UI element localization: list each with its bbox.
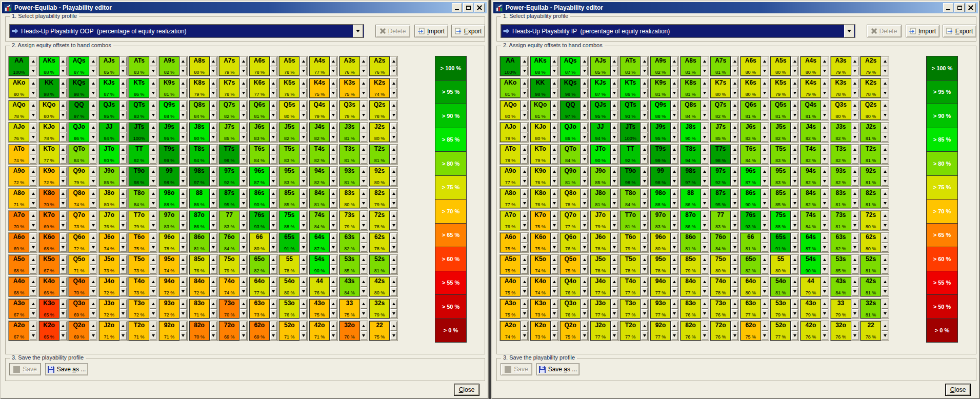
hand-value-field-AKs[interactable]: AKs88 % [39,56,59,76]
spin-up-button[interactable] [361,79,367,88]
spin-down-button[interactable] [521,243,528,252]
hand-value-field-84s[interactable]: 84s81 % [309,189,330,208]
hand-value-field-32o[interactable]: 32o76 % [831,321,851,341]
spin-up-button[interactable] [671,322,678,331]
hand-value-field-J7s[interactable]: J7s85 % [219,123,239,142]
spin-up-button[interactable] [731,233,738,243]
spin-down-button[interactable] [822,287,828,296]
spin-up-button[interactable] [521,123,528,132]
spin-down-button[interactable] [270,67,277,76]
spin-down-button[interactable] [390,133,397,142]
hand-value-field-TT[interactable]: TT92 % [620,145,641,164]
hand-value-field-73s[interactable]: 73s79 % [339,211,360,230]
spin-down-button[interactable] [671,265,678,274]
spin-up-button[interactable] [361,101,367,110]
spin-down-button[interactable] [762,67,768,76]
spin-down-button[interactable] [581,67,588,76]
hand-value-field-A6o[interactable]: A6o69 % [9,233,29,252]
spin-up-button[interactable] [702,233,708,243]
spin-down-button[interactable] [150,287,156,296]
spin-down-button[interactable] [390,89,397,98]
spin-down-button[interactable] [30,331,36,341]
hand-value-field-J6o[interactable]: J6o78 % [590,233,611,252]
spin-up-button[interactable] [30,57,36,66]
spin-down-button[interactable] [731,309,738,318]
hand-value-field-T5o[interactable]: T5o73 % [129,255,149,274]
spin-down-button[interactable] [762,243,768,252]
spin-up-button[interactable] [240,101,247,110]
spin-down-button[interactable] [731,89,738,98]
hand-value-field-86s[interactable]: 86s90 % [249,189,270,208]
hand-value-field-93o[interactable]: 93o72 % [159,299,179,318]
spin-up-button[interactable] [521,211,528,221]
spin-up-button[interactable] [551,277,558,287]
spin-down-button[interactable] [822,155,828,164]
hand-value-field-97o[interactable]: 97o83 % [159,211,179,230]
spin-up-button[interactable] [611,167,618,176]
spin-down-button[interactable] [30,177,36,186]
spin-down-button[interactable] [611,287,618,296]
spin-down-button[interactable] [30,287,36,296]
hand-value-field-98s[interactable]: 98s97 % [681,167,701,186]
spin-down-button[interactable] [300,287,307,296]
hand-value-field-KK[interactable]: KK98 % [39,78,59,98]
hand-value-field-42s[interactable]: 42s81 % [861,277,881,296]
hand-value-field-J6o[interactable]: J6o74 % [99,233,119,252]
spin-down-button[interactable] [270,331,277,341]
spin-up-button[interactable] [791,277,798,287]
spin-down-button[interactable] [330,265,337,274]
spin-up-button[interactable] [330,211,337,221]
spin-up-button[interactable] [390,255,397,265]
spin-up-button[interactable] [180,189,187,198]
hand-value-field-54o[interactable]: 54o80 % [279,277,299,296]
spin-down-button[interactable] [240,89,247,98]
spin-down-button[interactable] [60,111,67,120]
hand-value-field-82o[interactable]: 82o76 % [681,321,701,341]
spin-down-button[interactable] [150,111,156,120]
spin-down-button[interactable] [882,155,888,164]
spin-up-button[interactable] [822,277,828,287]
spin-up-button[interactable] [300,189,307,198]
spin-down-button[interactable] [150,221,156,230]
spin-up-button[interactable] [852,211,858,221]
hand-value-field-T9o[interactable]: T9o98 % [620,167,641,186]
spin-down-button[interactable] [852,155,858,164]
spin-down-button[interactable] [791,199,798,208]
spin-up-button[interactable] [330,322,337,331]
hand-value-field-97o[interactable]: 97o83 % [650,211,671,230]
hand-value-field-86o[interactable]: 86o81 % [681,233,701,252]
hand-value-field-Q5s[interactable]: Q5s81 % [770,101,791,120]
spin-up-button[interactable] [791,167,798,176]
save-as-button[interactable]: Save as ... [536,363,579,375]
spin-down-button[interactable] [330,155,337,164]
spin-down-button[interactable] [120,287,127,296]
spin-up-button[interactable] [791,57,798,66]
spin-down-button[interactable] [882,177,888,186]
spin-down-button[interactable] [671,133,678,142]
spin-up-button[interactable] [611,79,618,88]
spin-down-button[interactable] [822,331,828,341]
spin-up-button[interactable] [180,255,187,265]
spin-down-button[interactable] [150,133,156,142]
spin-down-button[interactable] [611,111,618,120]
spin-down-button[interactable] [671,155,678,164]
spin-down-button[interactable] [300,155,307,164]
spin-up-button[interactable] [521,255,528,265]
spin-down-button[interactable] [90,89,96,98]
spin-down-button[interactable] [90,331,96,341]
spin-down-button[interactable] [671,287,678,296]
spin-up-button[interactable] [60,167,67,176]
spin-down-button[interactable] [240,309,247,318]
spin-up-button[interactable] [240,189,247,198]
hand-value-field-72o[interactable]: 72o69 % [219,321,239,341]
hand-value-field-99[interactable]: 9998 % [650,167,671,186]
hand-value-field-94o[interactable]: 94o72 % [159,277,179,296]
spin-up-button[interactable] [611,322,618,331]
hand-value-field-93s[interactable]: 93s81 % [339,167,360,186]
spin-up-button[interactable] [551,101,558,110]
spin-up-button[interactable] [521,101,528,110]
spin-up-button[interactable] [90,189,96,198]
hand-value-field-T5s[interactable]: T5s83 % [279,145,299,164]
spin-up-button[interactable] [822,322,828,331]
spin-up-button[interactable] [270,167,277,176]
